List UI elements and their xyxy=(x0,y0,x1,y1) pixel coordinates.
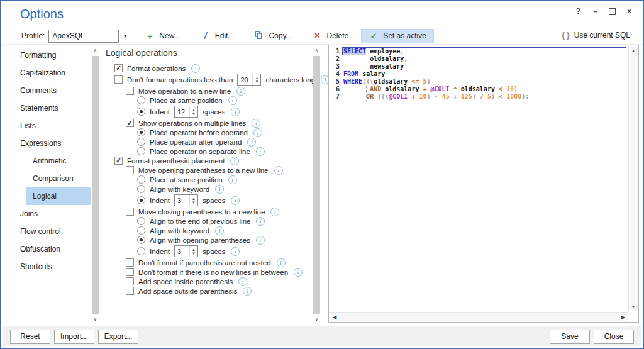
checkbox-don-t-format-if-parenthesis-are-not-nested[interactable] xyxy=(126,258,134,267)
sidebar-item-formatting[interactable]: Formatting xyxy=(8,47,91,64)
spinner-input[interactable]: 20▲▼ xyxy=(237,74,261,86)
scrollbar-thumb[interactable] xyxy=(313,56,320,314)
sidebar-item-joins[interactable]: Joins xyxy=(8,205,91,223)
sidebar-item-obfuscation[interactable]: Obfuscation xyxy=(8,240,91,258)
scroll-down-icon[interactable]: ∨ xyxy=(91,316,99,323)
checkbox-move-closing-parentheses-to-a-new-line[interactable] xyxy=(126,208,134,216)
info-icon[interactable]: i xyxy=(256,217,265,226)
checkbox-show-operations-on-multiple-lines[interactable]: ✓ xyxy=(126,119,134,127)
profile-combobox[interactable]: ApexSQL xyxy=(48,30,119,43)
radio-place-operator-after-operand[interactable] xyxy=(137,138,145,146)
sidebar-item-comparison[interactable]: Comparison xyxy=(8,170,91,187)
set-as-active-button[interactable]: ✓Set as active xyxy=(361,29,434,43)
sidebar-item-logical[interactable]: Logical xyxy=(26,187,91,205)
sidebar-scrollbar[interactable]: ∧ ∨ xyxy=(91,45,99,325)
info-icon[interactable]: i xyxy=(215,226,224,235)
checkbox-move-operation-to-a-new-line[interactable] xyxy=(126,87,134,95)
import-button[interactable]: Import... xyxy=(54,330,94,344)
edit-button[interactable]: /Edit... xyxy=(193,29,242,43)
info-icon[interactable]: i xyxy=(231,247,240,256)
radio-place-at-same-position[interactable] xyxy=(137,96,145,104)
copy-button[interactable]: Copy... xyxy=(247,29,299,43)
info-icon[interactable]: i xyxy=(294,268,303,277)
radio-align-with-keyword[interactable] xyxy=(137,185,145,193)
info-icon[interactable]: i xyxy=(256,236,265,245)
info-icon[interactable]: i xyxy=(230,157,239,165)
info-icon[interactable]: i xyxy=(228,96,237,105)
new-button[interactable]: +New... xyxy=(137,29,187,43)
sidebar-item-comments[interactable]: Comments xyxy=(8,82,91,99)
info-icon[interactable]: i xyxy=(215,185,224,194)
sql-preview-editor[interactable]: 1SELECT employee,2 oldsalary,3 newsalary… xyxy=(328,45,639,323)
checkbox-don-t-format-if-there-is-no-new-lines-in-between[interactable] xyxy=(126,268,134,276)
info-icon[interactable]: i xyxy=(236,87,245,96)
minimize-button[interactable]: – xyxy=(591,7,600,16)
spinner-input[interactable]: 3▲▼ xyxy=(174,245,198,257)
maximize-button[interactable] xyxy=(608,7,617,16)
editor-horizontal-scrollbar[interactable]: ◀ ▶ xyxy=(330,312,628,321)
radio-align-to-the-end-of-previous-line[interactable] xyxy=(137,217,145,225)
code-line-5: 5WHERE(((oldsalary <= 5) xyxy=(330,78,628,86)
panel-scrollbar[interactable]: ∧ ∨ xyxy=(313,45,321,325)
scroll-down-icon[interactable]: ∨ xyxy=(313,316,321,323)
radio-place-operator-before-operand[interactable] xyxy=(137,128,145,136)
save-button[interactable]: Save xyxy=(550,330,590,344)
scroll-up-icon[interactable]: ∧ xyxy=(313,48,321,54)
info-icon[interactable]: i xyxy=(231,196,240,205)
radio-align-with-opening-parentheses[interactable] xyxy=(137,236,145,244)
delete-button[interactable]: ×Delete xyxy=(305,29,357,43)
radio-indent[interactable] xyxy=(137,247,145,255)
scroll-up-icon[interactable]: ∧ xyxy=(91,48,99,54)
sidebar-item-capitalization[interactable]: Capitalization xyxy=(8,64,91,82)
checkbox-format-operations[interactable]: ✓ xyxy=(114,64,123,72)
radio-indent[interactable] xyxy=(137,108,145,116)
info-icon[interactable]: i xyxy=(256,147,265,156)
scroll-up-icon[interactable]: ▲ xyxy=(629,48,638,53)
sidebar-item-expressions[interactable]: Expressions xyxy=(8,135,91,152)
checkbox-move-opening-parentheses-to-a-new-line[interactable] xyxy=(126,166,134,174)
scroll-down-icon[interactable]: ▼ xyxy=(629,304,638,309)
chevron-down-icon[interactable]: ▾ xyxy=(121,33,130,39)
spinner-arrows-icon[interactable]: ▲▼ xyxy=(189,106,197,117)
radio-place-at-same-position[interactable] xyxy=(137,175,145,184)
info-icon[interactable]: i xyxy=(270,208,279,216)
radio-place-operator-on-separate-line[interactable] xyxy=(137,147,145,155)
info-icon[interactable]: i xyxy=(243,287,252,296)
info-icon[interactable]: i xyxy=(252,119,260,128)
sidebar-item-flow-control[interactable]: Flow control xyxy=(8,223,91,240)
info-icon[interactable]: i xyxy=(253,128,262,137)
spinner-input[interactable]: 3▲▼ xyxy=(174,194,198,206)
spinner-arrows-icon[interactable]: ▲▼ xyxy=(189,246,197,257)
scroll-right-icon[interactable]: ▶ xyxy=(621,314,625,320)
sidebar-item-shortcuts[interactable]: Shortcuts xyxy=(8,258,91,275)
spinner-arrows-icon[interactable]: ▲▼ xyxy=(189,195,197,206)
info-icon[interactable]: i xyxy=(247,138,256,147)
info-icon[interactable]: i xyxy=(238,277,247,286)
close-button[interactable]: Close xyxy=(594,330,634,344)
scrollbar-thumb[interactable] xyxy=(92,56,99,314)
checkbox-add-space-outside-parenthesis[interactable] xyxy=(126,287,134,295)
scroll-left-icon[interactable]: ◀ xyxy=(333,314,336,320)
spinner-input[interactable]: 12▲▼ xyxy=(174,106,198,118)
checkbox-add-space-inside-parenthesis[interactable] xyxy=(126,277,134,285)
info-icon[interactable]: i xyxy=(274,166,283,175)
sidebar-item-arithmetic[interactable]: Arithmetic xyxy=(8,152,91,170)
info-icon[interactable]: i xyxy=(231,108,240,116)
info-icon[interactable]: i xyxy=(228,175,237,184)
sidebar-item-statements[interactable]: Statements xyxy=(8,99,91,117)
editor-vertical-scrollbar[interactable]: ▲ ▼ xyxy=(628,46,638,311)
help-button[interactable]: ? xyxy=(574,7,583,16)
use-current-sql-button[interactable]: { } Use current SQL xyxy=(562,31,630,40)
close-button[interactable]: × xyxy=(625,7,634,16)
radio-indent[interactable] xyxy=(137,196,145,204)
info-icon[interactable]: i xyxy=(277,258,286,267)
checkbox-format-parenthesis-placement[interactable]: ✓ xyxy=(114,157,123,165)
sidebar-item-lists[interactable]: Lists xyxy=(8,117,91,135)
reset-button[interactable]: Reset xyxy=(10,330,50,344)
export-button[interactable]: Export... xyxy=(98,330,138,344)
radio-align-with-keyword[interactable] xyxy=(137,226,145,235)
footer-bar: ResetImport...Export... SaveClose xyxy=(3,326,641,346)
checkbox-don-t-format-operations-less-than[interactable] xyxy=(114,75,123,84)
info-icon[interactable]: i xyxy=(191,64,200,73)
spinner-arrows-icon[interactable]: ▲▼ xyxy=(252,74,260,85)
